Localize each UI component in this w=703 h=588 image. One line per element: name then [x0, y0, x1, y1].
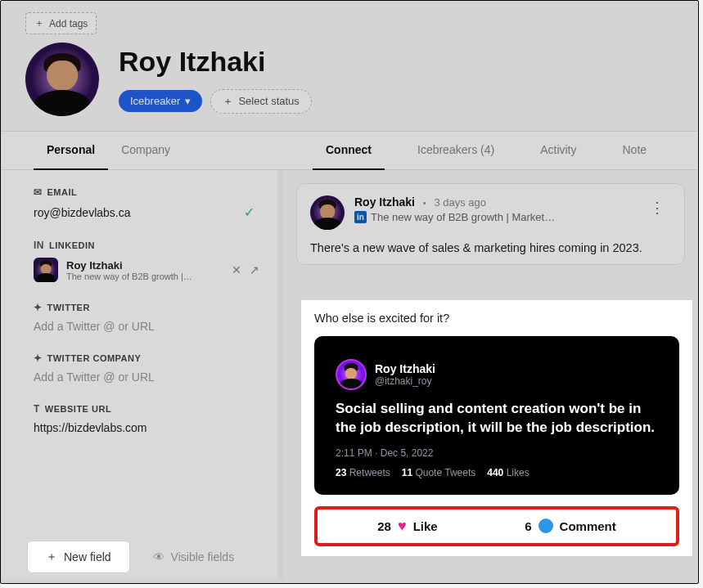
email-icon: ✉ [34, 186, 43, 198]
linkedin-name: Roy Itzhaki [66, 259, 223, 272]
linkedin-avatar [34, 258, 58, 282]
linkedin-field-label: LINKEDIN [49, 240, 95, 250]
twitter-icon: ✦ [34, 352, 43, 364]
email-label: EMAIL [47, 187, 78, 197]
like-button[interactable]: 28 ♥ Like [377, 518, 437, 535]
comment-label: Comment [560, 519, 616, 533]
plus-icon: ＋ [223, 94, 233, 109]
tab-bar: Personal Company Connect Icebreakers (4)… [1, 131, 698, 170]
new-field-label: New field [64, 550, 111, 563]
tweet-handle: @itzhaki_roy [375, 375, 435, 387]
tab-icebreakers[interactable]: Icebreakers (4) [404, 132, 507, 169]
linkedin-icon: in [34, 240, 44, 251]
twitter-icon: ✦ [34, 302, 43, 313]
add-tags-label: Add tags [49, 18, 88, 29]
icebreaker-pill[interactable]: Icebreaker ▾ [119, 90, 202, 112]
text-icon: T [34, 403, 40, 415]
plus-icon: ＋ [34, 16, 44, 30]
like-count: 28 [377, 519, 391, 533]
new-field-button[interactable]: ＋ New field [27, 541, 130, 573]
chevron-down-icon: ▾ [185, 95, 191, 107]
website-label: WEBSITE URL [45, 404, 111, 414]
profile-header: ＋ Add tags Roy Itzhaki Icebreaker ▾ ＋ Se… [1, 1, 698, 131]
dot-separator: • [423, 199, 426, 208]
tab-activity[interactable]: Activity [527, 132, 589, 169]
twitter-input[interactable]: Add a Twitter @ or URL [34, 320, 269, 333]
comment-icon [539, 518, 553, 533]
tab-personal[interactable]: Personal [34, 132, 108, 169]
visible-fields-button[interactable]: 👁 Visible fields [153, 550, 235, 563]
tab-connect[interactable]: Connect [313, 132, 385, 169]
scrollbar[interactable] [277, 170, 282, 578]
engagement-box: 28 ♥ Like 6 Comment [314, 506, 679, 546]
external-link-icon[interactable]: ↗ [250, 263, 259, 276]
linkedin-headline: The new way of B2B growth |… [66, 272, 223, 281]
twitter-company-label: TWITTER COMPANY [47, 353, 142, 363]
tweet-avatar [336, 359, 367, 390]
tweet-stats: 23 Retweets 11 Quote Tweets 440 Likes [336, 467, 658, 478]
select-status-label: Select status [238, 95, 299, 107]
select-status-button[interactable]: ＋ Select status [210, 89, 311, 114]
plus-icon: ＋ [46, 550, 57, 564]
add-tags-button[interactable]: ＋ Add tags [25, 12, 97, 34]
person-name: Roy Itzhaki [119, 46, 312, 78]
tweet-meta: 2:11 PM · Dec 5, 2022 [336, 447, 658, 459]
verified-icon: ✓ [244, 204, 255, 220]
twitter-company-input[interactable]: Add a Twitter @ or URL [34, 370, 269, 384]
post-time: 3 days ago [434, 196, 486, 209]
website-value[interactable]: https://bizdevlabs.com [34, 421, 269, 434]
post-avatar [310, 195, 345, 230]
tweet-name: Roy Itzhaki [375, 362, 435, 375]
fields-sidebar: ✉EMAIL roy@bizdevlabs.ca ✓ inLINKEDIN Ro… [1, 170, 283, 578]
tweet-card: Roy Itzhaki @itzhaki_roy Social selling … [314, 336, 679, 495]
eye-icon: 👁 [153, 550, 164, 563]
visible-fields-label: Visible fields [171, 550, 235, 563]
twitter-label: TWITTER [47, 303, 90, 312]
linkedin-badge-icon: in [354, 211, 367, 223]
post-menu-button[interactable]: ⋮ [643, 195, 671, 220]
like-label: Like [413, 519, 438, 533]
post-body-line1: There's a new wave of sales & marketing … [297, 238, 684, 264]
tab-note[interactable]: Note [610, 132, 660, 169]
comment-count: 6 [525, 519, 531, 533]
post-author: Roy Itzhaki [354, 195, 415, 209]
tweet-text: Social selling and content creation won'… [336, 400, 658, 438]
comment-button[interactable]: 6 Comment [525, 518, 616, 533]
icebreaker-label: Icebreaker [130, 95, 180, 107]
heart-icon: ♥ [398, 518, 407, 535]
remove-icon[interactable]: ✕ [232, 263, 241, 276]
post-card: Roy Itzhaki • 3 days ago in The new way … [296, 183, 685, 265]
post-subline: The new way of B2B growth | Market… [371, 211, 555, 223]
tab-company[interactable]: Company [108, 132, 183, 169]
email-value[interactable]: roy@bizdevlabs.ca [34, 206, 131, 219]
post-question: Who else is excited for it? [314, 312, 679, 325]
avatar [25, 43, 99, 116]
post-highlight: Who else is excited for it? Roy Itzhaki … [301, 300, 692, 556]
